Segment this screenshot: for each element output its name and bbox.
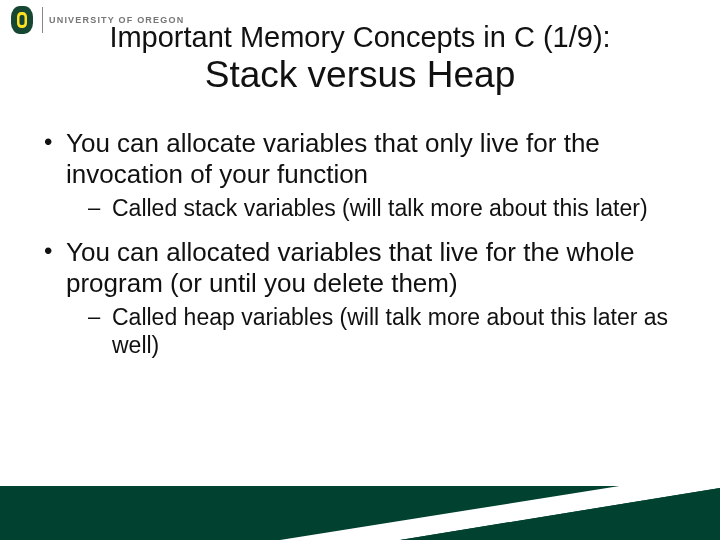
bullet-list: You can allocate variables that only liv… bbox=[40, 128, 690, 359]
sub-bullet-item: Called heap variables (will talk more ab… bbox=[84, 304, 690, 359]
footer-diagonal-icon bbox=[0, 470, 720, 540]
sub-bullet-list: Called stack variables (will talk more a… bbox=[66, 195, 690, 223]
sub-bullet-text: Called stack variables (will talk more a… bbox=[112, 195, 648, 221]
slide-body: You can allocate variables that only liv… bbox=[40, 128, 690, 373]
title-line-1: Important Memory Concepts in C (1/9): bbox=[0, 22, 720, 54]
title-line-2: Stack versus Heap bbox=[0, 54, 720, 97]
sub-bullet-list: Called heap variables (will talk more ab… bbox=[66, 304, 690, 359]
slide: UNIVERSITY OF OREGON Important Memory Co… bbox=[0, 0, 720, 540]
bullet-item: You can allocate variables that only liv… bbox=[40, 128, 690, 223]
bullet-text: You can allocated variables that live fo… bbox=[66, 237, 635, 298]
footer-banner bbox=[0, 470, 720, 540]
sub-bullet-text: Called heap variables (will talk more ab… bbox=[112, 304, 668, 358]
slide-title: Important Memory Concepts in C (1/9): St… bbox=[0, 22, 720, 96]
bullet-item: You can allocated variables that live fo… bbox=[40, 237, 690, 360]
bullet-text: You can allocate variables that only liv… bbox=[66, 128, 600, 189]
sub-bullet-item: Called stack variables (will talk more a… bbox=[84, 195, 690, 223]
